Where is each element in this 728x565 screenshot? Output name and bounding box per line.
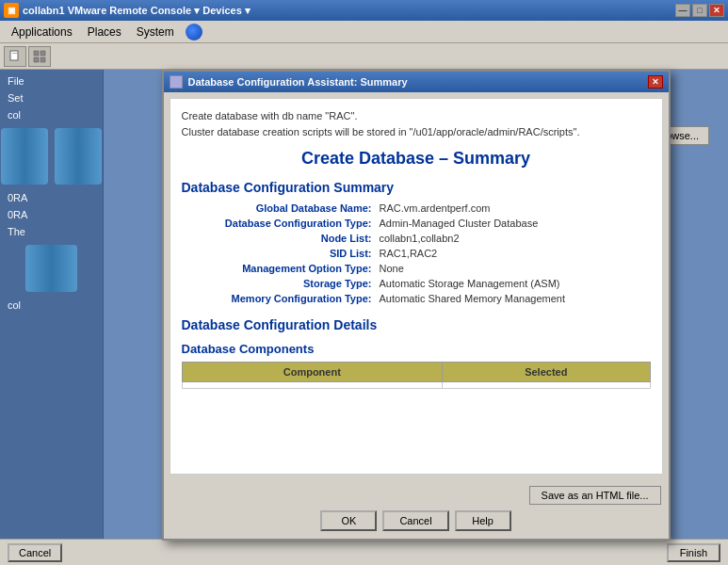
- dialog-section1-title: Database Configuration Summary: [182, 180, 651, 195]
- svg-rect-2: [34, 51, 39, 56]
- svg-rect-1: [12, 53, 18, 54]
- dialog-close-button[interactable]: ✕: [648, 75, 663, 89]
- config-label-4: Management Option Type:: [182, 263, 380, 274]
- title-bar: ▣ collabn1 VMware Remote Console ▾ Devic…: [0, 0, 728, 21]
- main-area: File Set col 0RA 0RA The col Browse... D…: [0, 70, 728, 539]
- sidebar: File Set col 0RA 0RA The col: [0, 70, 104, 539]
- table-header-selected: Selected: [443, 363, 650, 382]
- dialog-overlay: Database Configuration Assistant: Summar…: [104, 70, 728, 539]
- network-icon: [186, 24, 202, 40]
- config-value-2: collabn1,collabn2: [380, 233, 460, 244]
- toolbar-file-btn[interactable]: [4, 46, 26, 67]
- table-cell-component: [182, 382, 443, 389]
- config-row-1: Database Configuration Type: Admin-Manag…: [182, 218, 651, 229]
- toolbar-grid-btn[interactable]: [28, 46, 51, 67]
- sidebar-item-0ra2[interactable]: 0RA: [4, 207, 99, 222]
- menu-applications[interactable]: Applications: [4, 24, 80, 40]
- dialog-title-bar: Database Configuration Assistant: Summar…: [164, 72, 669, 92]
- config-label-0: Global Database Name:: [182, 202, 380, 214]
- toolbar: [0, 43, 728, 70]
- bottom-cancel-button[interactable]: Cancel: [8, 543, 62, 562]
- dialog-section2-title: Database Configuration Details: [182, 317, 651, 332]
- maximize-btn[interactable]: □: [692, 4, 707, 17]
- dialog: Database Configuration Assistant: Summar…: [162, 70, 671, 541]
- dialog-title: Database Configuration Assistant: Summar…: [188, 76, 648, 88]
- dialog-footer: Save as an HTML file...: [164, 480, 669, 510]
- sidebar-db-icon1: [4, 126, 99, 186]
- svg-rect-5: [40, 57, 45, 62]
- sidebar-item-set[interactable]: Set: [4, 90, 99, 105]
- minimize-btn[interactable]: —: [675, 4, 690, 17]
- config-label-5: Storage Type:: [182, 278, 380, 289]
- config-row-0: Global Database Name: RAC.vm.ardentperf.…: [182, 202, 651, 214]
- config-row-6: Memory Configuration Type: Automatic Sha…: [182, 293, 651, 304]
- dialog-body[interactable]: Create database with db name "RAC". Clus…: [170, 98, 663, 475]
- config-label-1: Database Configuration Type:: [182, 218, 380, 229]
- dialog-main-title: Create Database – Summary: [182, 149, 651, 169]
- config-label-2: Node List:: [182, 233, 380, 244]
- bottom-left-buttons: Cancel: [8, 543, 62, 562]
- dialog-subsection1-title: Database Components: [182, 342, 651, 356]
- close-btn[interactable]: ✕: [709, 4, 724, 17]
- table-header-component: Component: [182, 363, 443, 382]
- dialog-icon: [170, 75, 183, 89]
- save-html-button[interactable]: Save as an HTML file...: [529, 486, 661, 505]
- sidebar-item-0ra1[interactable]: 0RA: [4, 190, 99, 205]
- ok-button[interactable]: OK: [320, 510, 377, 531]
- help-button[interactable]: Help: [455, 510, 511, 531]
- menu-bar: Applications Places System: [0, 21, 728, 43]
- config-row-2: Node List: collabn1,collabn2: [182, 233, 651, 244]
- config-value-1: Admin-Managed Cluster Database: [380, 218, 539, 229]
- sidebar-db-icon2: [4, 243, 99, 294]
- config-value-4: None: [380, 263, 404, 274]
- components-table: Component Selected: [182, 362, 651, 389]
- title-bar-title: collabn1 VMware Remote Console ▾ Devices…: [23, 5, 675, 17]
- svg-rect-0: [10, 51, 18, 60]
- config-value-6: Automatic Shared Memory Management: [380, 293, 565, 304]
- config-row-4: Management Option Type: None: [182, 263, 651, 274]
- config-label-6: Memory Configuration Type:: [182, 293, 380, 304]
- config-table: Global Database Name: RAC.vm.ardentperf.…: [182, 202, 651, 304]
- svg-rect-4: [34, 57, 39, 62]
- sidebar-item-col1[interactable]: col: [4, 107, 99, 122]
- sidebar-item-file[interactable]: File: [4, 73, 99, 89]
- config-value-0: RAC.vm.ardentperf.com: [380, 202, 491, 214]
- dialog-info-line1: Create database with db name "RAC". Clus…: [182, 108, 651, 139]
- config-row-3: SID List: RAC1,RAC2: [182, 248, 651, 259]
- sidebar-item-the[interactable]: The: [4, 224, 99, 239]
- table-row: [182, 382, 650, 389]
- svg-rect-3: [40, 51, 45, 56]
- app-icon: ▣: [4, 3, 19, 18]
- sidebar-item-col2[interactable]: col: [4, 298, 99, 313]
- config-row-5: Storage Type: Automatic Storage Manageme…: [182, 278, 651, 289]
- config-value-5: Automatic Storage Management (ASM): [380, 278, 560, 289]
- table-cell-selected: [443, 382, 650, 389]
- menu-places[interactable]: Places: [80, 24, 129, 40]
- title-bar-controls: — □ ✕: [675, 4, 724, 17]
- bottom-toolbar: Cancel Finish: [0, 539, 728, 565]
- menu-system[interactable]: System: [129, 24, 182, 40]
- dialog-action-buttons: OK Cancel Help: [164, 510, 669, 539]
- config-value-3: RAC1,RAC2: [380, 248, 438, 259]
- finish-button[interactable]: Finish: [667, 543, 720, 562]
- content-area: Browse... Database Configuration Assista…: [104, 70, 728, 539]
- config-label-3: SID List:: [182, 248, 380, 259]
- cancel-button[interactable]: Cancel: [382, 510, 448, 531]
